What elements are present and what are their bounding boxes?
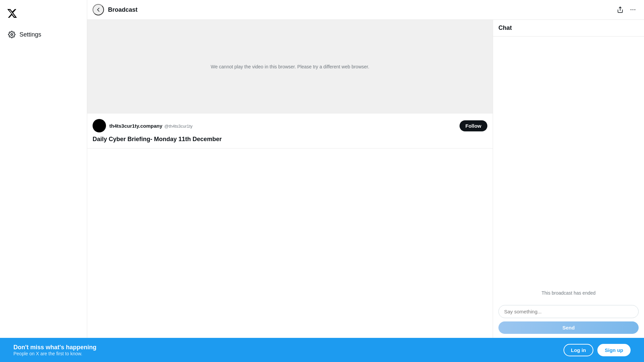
video-player-area: We cannot play the video in this browser… — [87, 20, 493, 114]
send-button[interactable]: Send — [498, 321, 639, 334]
logo[interactable] — [7, 5, 80, 21]
chat-messages-area: This broadcast has ended — [493, 37, 644, 301]
gear-icon — [8, 31, 15, 38]
channel-display-name: th4ts3cur1ty.company — [109, 123, 162, 129]
follow-button[interactable]: Follow — [460, 120, 488, 131]
more-options-button[interactable] — [627, 4, 639, 15]
share-icon — [617, 6, 624, 13]
bottom-banner: Don't miss what's happening People on X … — [0, 338, 644, 362]
login-button[interactable]: Log in — [564, 344, 593, 356]
chat-input[interactable] — [498, 305, 639, 318]
channel-info: th4ts3cur1ty.company @th4ts3cur1ty — [93, 119, 193, 132]
chat-input-area: Send — [493, 301, 644, 338]
banner-subtitle: People on X are the first to know. — [13, 351, 97, 356]
share-button[interactable] — [614, 4, 626, 15]
x-logo-icon — [7, 8, 17, 19]
sidebar: Settings — [0, 0, 87, 338]
channel-name-row: th4ts3cur1ty.company @th4ts3cur1ty — [109, 123, 193, 129]
header-actions — [614, 4, 639, 15]
video-error-message: We cannot play the video in this browser… — [204, 57, 376, 76]
settings-item[interactable]: Settings — [7, 28, 80, 41]
settings-label: Settings — [19, 31, 41, 38]
avatar — [93, 119, 106, 132]
back-button[interactable] — [93, 4, 104, 15]
banner-title: Don't miss what's happening — [13, 344, 97, 351]
svg-point-2 — [631, 9, 632, 10]
banner-text: Don't miss what's happening People on X … — [13, 344, 97, 356]
more-options-icon — [630, 6, 636, 13]
chat-header: Chat — [493, 20, 644, 37]
svg-point-0 — [11, 34, 13, 36]
broadcast-event-title: Daily Cyber Briefing- Monday 11th Decemb… — [93, 136, 487, 143]
broadcast-info: th4ts3cur1ty.company @th4ts3cur1ty Follo… — [87, 114, 493, 148]
banner-actions: Log in Sign up — [564, 344, 631, 356]
broadcast-header: Broadcast — [87, 0, 644, 20]
broadcast-body: We cannot play the video in this browser… — [87, 20, 644, 338]
svg-point-3 — [633, 9, 634, 10]
chat-column: Chat This broadcast has ended Send — [493, 20, 644, 338]
signup-button[interactable]: Sign up — [597, 344, 631, 356]
broadcast-ended-message: This broadcast has ended — [541, 290, 595, 296]
svg-point-4 — [635, 9, 636, 10]
broadcast-title: Broadcast — [108, 6, 610, 13]
channel-handle: @th4ts3cur1ty — [164, 124, 193, 129]
main-content: Broadcast — [87, 0, 644, 338]
back-arrow-icon — [95, 6, 102, 13]
video-column: We cannot play the video in this browser… — [87, 20, 493, 338]
channel-row: th4ts3cur1ty.company @th4ts3cur1ty Follo… — [93, 119, 487, 132]
